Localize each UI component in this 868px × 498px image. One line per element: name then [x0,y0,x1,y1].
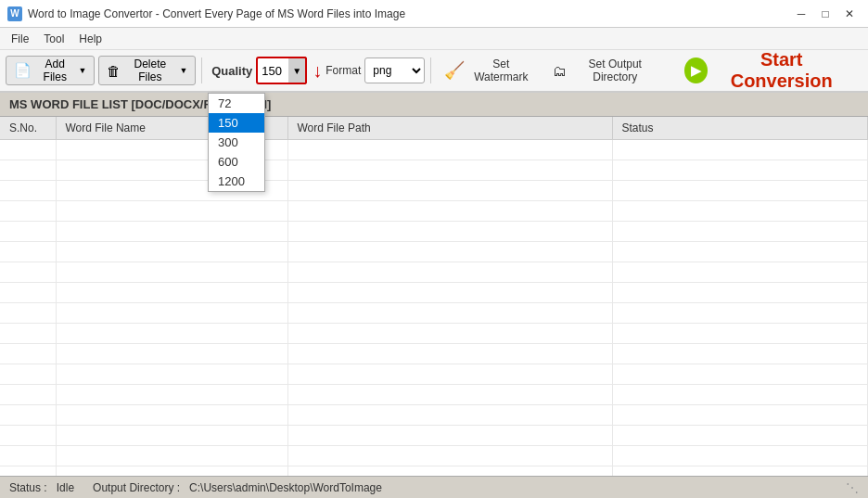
quality-dropdown-button[interactable]: ▼ [288,57,307,84]
broom-icon: 🧹 [444,60,465,81]
watermark-label: Set Watermark [468,57,533,83]
menu-tool[interactable]: Tool [36,31,71,47]
table-row [0,201,868,222]
table-row [0,160,868,181]
add-files-arrow-icon: ▼ [78,66,86,75]
resize-grip: ⋱ [846,480,859,495]
col-sno: S.No. [0,117,56,140]
table-row [0,385,868,405]
minimize-button[interactable]: ─ [790,5,812,23]
quality-label: Quality [211,64,252,78]
output-dir-label: Output Directory : C:\Users\admin\Deskto… [93,481,382,494]
table-row [0,181,868,201]
add-files-button[interactable]: 📄 Add Files ▼ [6,56,95,85]
col-path: Word File Path [287,117,612,140]
table-row [0,303,868,324]
close-button[interactable]: ✕ [838,5,861,23]
table-row [0,446,868,466]
set-output-directory-button[interactable]: 🗂 Set Output Directory [545,54,668,87]
menu-file[interactable]: File [4,31,36,47]
table-row [0,222,868,242]
status-value: Idle [57,481,74,494]
app-icon: W [7,6,22,21]
delete-files-icon: 🗑 [107,63,121,79]
format-label: Format [326,64,361,77]
toolbar: 📄 Add Files ▼ 🗑 Delete Files ▼ Quality ▼… [0,50,868,93]
menu-help[interactable]: Help [71,31,109,47]
quality-dropdown-popup: 72 150 300 600 1200 [208,93,265,192]
status-label: Status : Idle [9,481,74,494]
set-watermark-button[interactable]: 🧹 Set Watermark [437,54,541,87]
table-row [0,324,868,344]
maximize-button[interactable]: □ [814,5,836,23]
table-row [0,466,868,477]
table-row [0,364,868,385]
table-row [0,242,868,262]
output-icon: 🗂 [553,63,567,79]
quality-option-150[interactable]: 150 [209,113,264,133]
table-row [0,262,868,283]
start-label: Start Conversion [713,49,849,92]
delete-files-arrow-icon: ▼ [179,66,187,75]
table-header: S.No. Word File Name Word File Path Stat… [0,117,868,140]
status-key: Status : [9,481,47,494]
table-row [0,426,868,446]
title-bar: W Word to Image Convertor - Convert Ever… [0,0,868,28]
quality-option-300[interactable]: 300 [209,133,264,152]
table-row [0,140,868,160]
add-files-icon: 📄 [14,62,32,79]
table-container: S.No. Word File Name Word File Path Stat… [0,117,868,476]
window-title: Word to Image Convertor - Convert Every … [28,7,405,20]
separator-1 [201,57,202,83]
table-row [0,344,868,364]
delete-files-button[interactable]: 🗑 Delete Files ▼ [98,56,196,85]
separator-2 [430,57,431,83]
play-icon: ▶ [684,57,708,83]
table-header-row: S.No. Word File Name Word File Path Stat… [0,117,868,140]
table-row [0,283,868,303]
file-table: S.No. Word File Name Word File Path Stat… [0,117,868,476]
add-files-label: Add Files [35,57,74,83]
output-dir-value: C:\Users\admin\Desktop\WordToImage [189,481,382,494]
format-wrapper: Format png jpg bmp tiff [326,57,425,83]
format-select[interactable]: png jpg bmp tiff [364,57,425,83]
title-bar-controls: ─ □ ✕ [790,5,861,23]
quality-option-1200[interactable]: 1200 [209,172,264,191]
quality-dropdown-wrapper: ▼ [256,57,307,84]
quality-option-600[interactable]: 600 [209,152,264,172]
title-bar-left: W Word to Image Convertor - Convert Ever… [7,6,405,21]
output-dir-key: Output Directory : [93,481,180,494]
delete-files-label: Delete Files [124,57,175,83]
col-status: Status [612,117,868,140]
quality-option-72[interactable]: 72 [209,94,264,113]
table-row [0,405,868,426]
status-bar: Status : Idle Output Directory : C:\User… [0,476,868,498]
red-arrow-annotation: ↓ [313,60,322,82]
output-label: Set Output Directory [570,57,660,83]
start-conversion-button[interactable]: ▶ Start Conversion [671,44,862,97]
table-body [0,140,868,477]
